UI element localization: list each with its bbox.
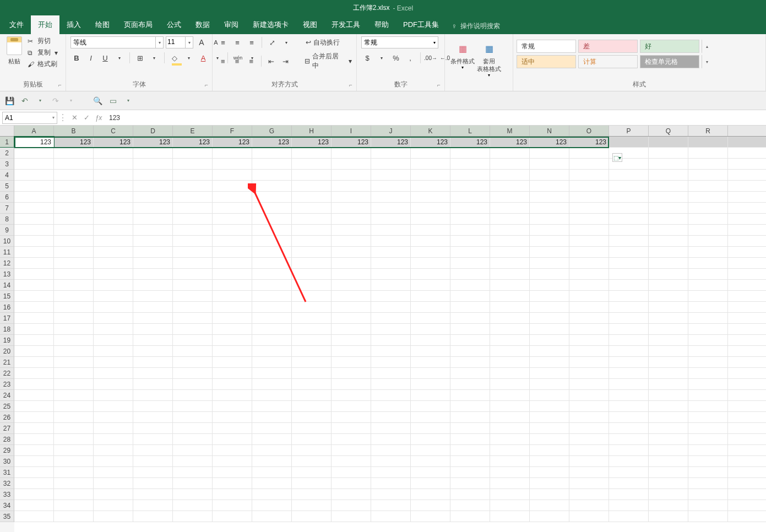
cell[interactable] <box>173 489 213 500</box>
column-header[interactable]: N <box>530 126 569 136</box>
cell[interactable] <box>292 500 332 511</box>
cell[interactable] <box>450 203 490 213</box>
border-button[interactable]: ⊞ <box>134 52 146 64</box>
cell[interactable] <box>332 511 371 522</box>
cell[interactable] <box>213 192 252 202</box>
cell[interactable] <box>688 379 728 389</box>
cell[interactable] <box>450 302 490 312</box>
cell[interactable] <box>530 423 569 433</box>
cell[interactable] <box>688 390 728 400</box>
cell[interactable] <box>133 434 173 444</box>
cell[interactable] <box>450 225 490 235</box>
tab-home[interactable]: 开始 <box>31 15 59 34</box>
cell[interactable] <box>133 324 173 334</box>
cell[interactable] <box>411 368 450 378</box>
cell[interactable] <box>530 170 569 180</box>
cell[interactable] <box>173 159 213 169</box>
cell[interactable] <box>54 401 94 411</box>
wrap-text-button[interactable]: ↩自动换行 <box>306 38 340 47</box>
cell[interactable] <box>133 489 173 500</box>
cell[interactable] <box>569 170 609 180</box>
row-header[interactable]: 16 <box>0 302 14 313</box>
cell[interactable] <box>609 456 649 466</box>
cell[interactable] <box>94 346 133 356</box>
cell[interactable] <box>94 159 133 169</box>
cell[interactable] <box>292 247 332 257</box>
cell[interactable] <box>450 335 490 345</box>
cell[interactable] <box>649 357 688 367</box>
cell[interactable] <box>94 456 133 466</box>
cell[interactable] <box>490 346 530 356</box>
cell[interactable] <box>133 214 173 224</box>
cell[interactable] <box>371 467 411 477</box>
enter-formula-button[interactable]: ✓ <box>80 112 93 124</box>
row-header[interactable]: 27 <box>0 423 14 434</box>
cell[interactable] <box>530 291 569 301</box>
insert-function-button[interactable]: ƒx <box>93 112 105 124</box>
column-header[interactable]: A <box>14 126 54 136</box>
cell[interactable] <box>530 148 569 158</box>
cell[interactable] <box>94 368 133 378</box>
cell[interactable] <box>173 214 213 224</box>
spreadsheet[interactable]: ABCDEFGHIJKLMNOPQR 123456789101112131415… <box>0 126 766 532</box>
cell[interactable] <box>569 423 609 433</box>
cell[interactable] <box>450 214 490 224</box>
cell[interactable] <box>252 236 292 246</box>
cell[interactable] <box>609 247 649 257</box>
cell[interactable] <box>252 379 292 389</box>
cell[interactable] <box>94 269 133 279</box>
cell[interactable] <box>450 434 490 444</box>
cell[interactable] <box>252 148 292 158</box>
row-header[interactable]: 33 <box>0 489 14 500</box>
format-painter-button[interactable]: 🖌格式刷 <box>28 59 58 69</box>
cell[interactable] <box>332 379 371 389</box>
cell[interactable] <box>133 500 173 511</box>
align-center-button[interactable]: ≡ <box>231 55 243 67</box>
cell[interactable] <box>688 511 728 522</box>
cell[interactable] <box>450 247 490 257</box>
cell[interactable] <box>450 148 490 158</box>
cell[interactable] <box>530 456 569 466</box>
cell[interactable] <box>411 214 450 224</box>
cell[interactable] <box>292 423 332 433</box>
cell[interactable] <box>649 478 688 488</box>
cell[interactable] <box>173 148 213 158</box>
cell[interactable] <box>371 357 411 367</box>
cell[interactable] <box>569 379 609 389</box>
row-header[interactable]: 10 <box>0 236 14 247</box>
cell[interactable] <box>411 148 450 158</box>
align-left-button[interactable]: ≡ <box>217 55 229 67</box>
cell[interactable] <box>371 478 411 488</box>
cell[interactable] <box>688 148 728 158</box>
cell[interactable] <box>649 467 688 477</box>
cell[interactable] <box>94 423 133 433</box>
cell[interactable] <box>411 445 450 455</box>
cell[interactable] <box>411 357 450 367</box>
cell[interactable] <box>490 456 530 466</box>
cell[interactable] <box>649 291 688 301</box>
cell[interactable] <box>411 192 450 202</box>
cell[interactable] <box>173 357 213 367</box>
column-header[interactable]: G <box>252 126 292 136</box>
cell[interactable] <box>54 170 94 180</box>
cell[interactable] <box>609 258 649 268</box>
cell[interactable] <box>490 511 530 522</box>
cell[interactable] <box>54 291 94 301</box>
cell[interactable] <box>173 170 213 180</box>
cell[interactable] <box>94 412 133 422</box>
cell[interactable] <box>649 148 688 158</box>
cell[interactable] <box>688 159 728 169</box>
cell[interactable] <box>14 280 54 290</box>
cell[interactable] <box>252 346 292 356</box>
cell[interactable]: 123 <box>569 137 609 147</box>
cell[interactable] <box>609 280 649 290</box>
column-header[interactable]: E <box>173 126 213 136</box>
cell[interactable] <box>54 489 94 500</box>
cell[interactable] <box>133 423 173 433</box>
column-header[interactable]: O <box>569 126 609 136</box>
cell[interactable] <box>371 159 411 169</box>
cell[interactable] <box>450 192 490 202</box>
cell[interactable] <box>133 291 173 301</box>
cell[interactable] <box>530 258 569 268</box>
cell[interactable] <box>332 434 371 444</box>
